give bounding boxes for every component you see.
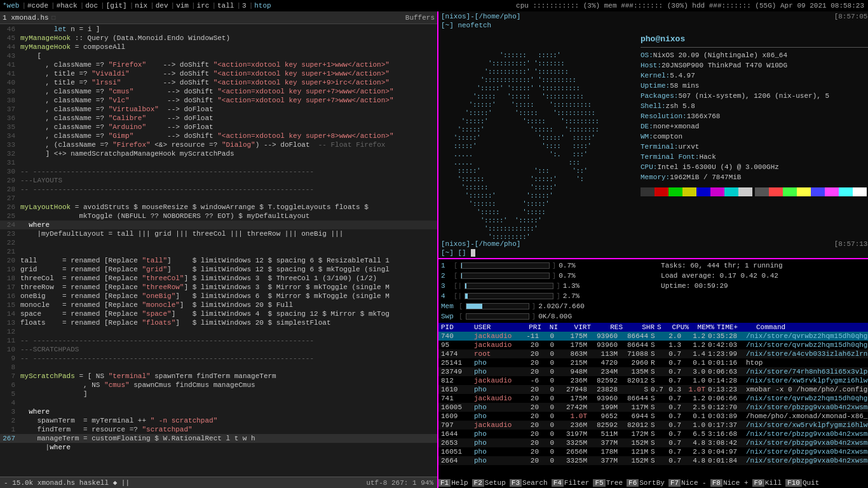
topbar-tall[interactable]: tall <box>217 2 234 10</box>
topbar-doc[interactable]: doc <box>85 2 98 10</box>
cpu-bar-track-4 <box>465 293 553 299</box>
col-header-virt[interactable]: VIRT <box>560 323 593 331</box>
topbar-web[interactable]: *web <box>3 2 19 10</box>
code-line: 24 where <box>0 220 437 229</box>
htop-process-row[interactable]: 23749 pho 20 0 948M 234M 135M S 0.7 3.0 … <box>438 367 868 376</box>
f6-key[interactable]: F6 <box>627 479 639 487</box>
info-de: DE: none+xmonad <box>641 121 868 132</box>
code-line: 36 , className =? "Calibre" --> doFloat <box>0 114 437 123</box>
htop-process-row[interactable]: 2653 pho 20 0 3325M 377M 152M S 0.7 4.8 … <box>438 438 868 447</box>
swp-bar-track <box>466 313 529 320</box>
htop-process-row[interactable]: 797 jackaudio 20 0 236M 82592 82012 S 0.… <box>438 421 868 430</box>
f1-key[interactable]: F1 <box>438 479 451 487</box>
code-line: 37 , className =? "Virtualbox" --> doFlo… <box>0 105 437 114</box>
topbar-nix[interactable]: nix <box>135 2 147 10</box>
f3-key[interactable]: F3 <box>510 479 522 487</box>
info-wm: WM: compton <box>641 132 868 142</box>
topbar-stats: cpu ::::::::::: (3%) mem ###::::::: (30%… <box>516 2 864 10</box>
f7-key[interactable]: F7 <box>668 479 681 487</box>
code-line: 29 ---LAYOUTS <box>0 176 437 185</box>
color-block-bright-yellow <box>797 187 811 196</box>
col-header-s[interactable]: S <box>657 323 666 331</box>
col-header-user[interactable]: USER <box>474 323 522 331</box>
code-line-current: 267 manageTerm = customFloating $ W.Rati… <box>0 434 437 443</box>
col-header-pid[interactable]: PID <box>441 323 474 331</box>
topbar-vim[interactable]: vim <box>176 2 189 10</box>
cpu-bar-track-3 <box>465 283 553 289</box>
f9-label: Kill <box>765 479 782 487</box>
topbar-dev[interactable]: dev <box>156 2 168 10</box>
f8-key[interactable]: F8 <box>710 479 722 487</box>
htop-process-row[interactable]: 1610 pho 20 0 27948 23828 S 0.7 0.3 1.0T… <box>438 385 868 394</box>
code-line: 26 myLayoutHook = avoidStruts $ mouseRes… <box>0 203 437 212</box>
color-block-yellow <box>682 187 696 196</box>
htop-process-row[interactable]: 740 jackaudio -11 0 175M 93960 86644 S 2… <box>438 332 868 341</box>
col-header-pri[interactable]: PRI <box>522 323 544 331</box>
code-area[interactable]: 46 let n = i ] 45 myManageHook :: Query … <box>0 24 437 477</box>
htop-process-row[interactable]: 1474 root 20 0 863M 113M 71088 S 0.7 1.4… <box>438 349 868 358</box>
cpu-bar-fill-1 <box>461 263 462 268</box>
cpu-bar-1: 1 [ ] 0.7% <box>441 261 656 271</box>
topbar-hack[interactable]: #hack <box>57 2 78 10</box>
htop-process-row[interactable]: 1644 pho 20 0 3197M 511M 172M S 0.7 6.5 … <box>438 430 868 438</box>
col-header-cmd[interactable]: Command <box>756 323 868 331</box>
terminal-panel: [nixos]-[/home/pho] [8:57:05] [~] neofet… <box>438 11 868 259</box>
color-block-bright-white <box>853 187 867 196</box>
htop-process-row[interactable]: 1609 pho 20 0 1.0T 9652 6944 S 0.7 0.1 0… <box>438 412 868 421</box>
topbar-irc[interactable]: irc <box>197 2 210 10</box>
f5-key[interactable]: F5 <box>593 479 605 487</box>
topbar-htop[interactable]: htop <box>254 2 271 10</box>
htop-process-row[interactable]: 16005 pho 20 0 2742M 199M 117M S 0.7 2.5… <box>438 403 868 412</box>
htop-panel: 1 [ ] 0.7% 2 [ ] <box>438 259 868 488</box>
htop-header: 1 [ ] 0.7% 2 [ ] <box>438 259 868 323</box>
code-line: 27 <box>0 194 437 203</box>
mem-bar-fill <box>466 304 482 309</box>
color-block-bright-magenta <box>825 187 839 196</box>
f9-key[interactable]: F9 <box>752 479 764 487</box>
htop-process-row[interactable]: 812 jackaudio -6 0 236M 82592 82012 S 0.… <box>438 376 868 385</box>
col-header-res[interactable]: RES <box>593 323 625 331</box>
htop-process-row[interactable]: 25141 pho 20 0 215M 4720 2960 R 0.7 0.1 … <box>438 358 868 367</box>
code-line: 33 , (className =? "Firefox" <&> resourc… <box>0 140 437 149</box>
topbar-git[interactable]: [git] <box>106 2 127 10</box>
htop-process-row[interactable]: 2664 pho 20 0 3325M 377M 152M S 0.7 4.8 … <box>438 456 868 465</box>
code-line: 1 findTerm = resource =? "scratchpad" <box>0 425 437 434</box>
color-blocks <box>641 187 868 196</box>
code-line: 5 ] <box>0 390 437 398</box>
user-host: pho@nixos <box>641 34 868 44</box>
col-header-cpu[interactable]: CPU% <box>666 323 691 331</box>
code-line: 21 <box>0 247 437 256</box>
f3-label: Search <box>522 479 548 487</box>
htop-process-row[interactable]: 741 jackaudio 20 0 175M 93960 86644 S 0.… <box>438 394 868 403</box>
f7-label: Nice - <box>681 479 707 487</box>
f4-key[interactable]: F4 <box>552 479 564 487</box>
code-line: 46 let n = i ] <box>0 25 437 34</box>
col-header-mem[interactable]: MEM% <box>691 323 717 331</box>
topbar-code[interactable]: #code <box>27 2 48 10</box>
code-line: 22 <box>0 238 437 247</box>
code-line: 9 -- -----------------------------------… <box>0 354 437 363</box>
f2-label: Setup <box>485 479 506 487</box>
htop-process-row[interactable]: 16051 pho 20 0 2656M 178M 121M S 0.7 2.3… <box>438 447 868 456</box>
ascii-art: ':::::: :::::' ':::::::::' '::::::: ':::… <box>446 34 630 236</box>
cpu-bar-fill-3 <box>465 283 466 288</box>
col-header-time[interactable]: TIME+ <box>717 323 756 331</box>
cpu-bar-fill-2 <box>461 273 462 278</box>
code-line: 7 myScratchPads = [ NS "terminal" spawnT… <box>0 372 437 381</box>
htop-process-row[interactable]: 95 jackaudio 20 0 175M 93960 86644 S 1.3… <box>438 341 868 349</box>
right-panel: [nixos]-[/home/pho] [8:57:05] [~] neofet… <box>438 11 868 488</box>
f2-key[interactable]: F2 <box>472 479 484 487</box>
info-packages: Packages: 507 (nix-system), 1206 (nix-us… <box>641 91 868 101</box>
code-line: 40 , title =? "lrssi" --> doShift "<acti… <box>0 78 437 87</box>
code-line: 32 ] <+> namedScratchpadManageHook myScr… <box>0 149 437 158</box>
prompt-path-1: [nixos]-[/home/pho] <box>441 13 520 20</box>
f10-key[interactable]: F10 <box>785 479 802 487</box>
buffers-label[interactable]: Buffers <box>405 14 435 22</box>
col-header-ni[interactable]: NI <box>544 323 560 331</box>
code-line: 6 , NS "cmus" spawnCmus findCmus manageC… <box>0 381 437 390</box>
col-header-shr[interactable]: SHR <box>625 323 657 331</box>
color-block-bright-red <box>769 187 783 196</box>
color-block-green <box>668 187 682 196</box>
htop-load: Load average: 0.17 0.42 0.42 <box>661 271 868 281</box>
editor-filename[interactable]: 1 xmonad.hs <box>3 14 49 22</box>
